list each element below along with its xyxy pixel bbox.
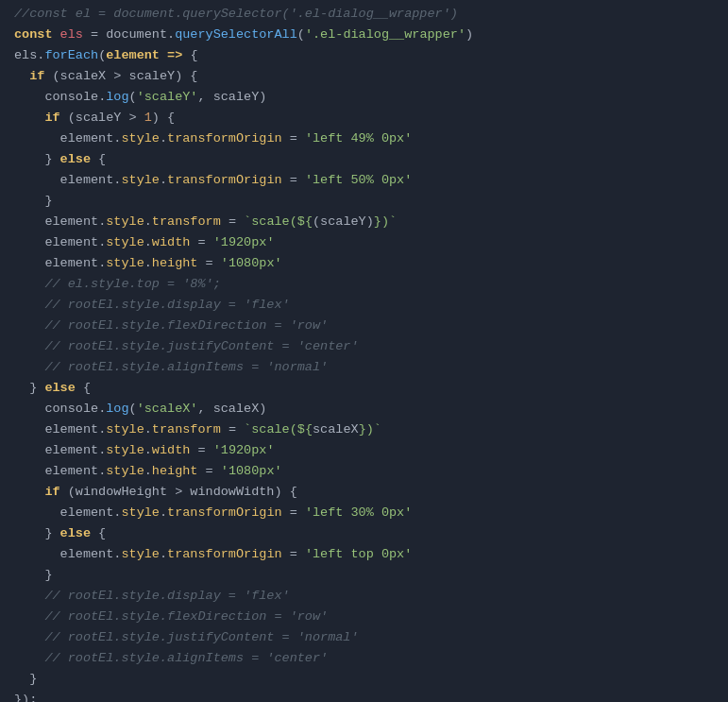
line-content: } [7,191,720,212]
template-token: })` [359,422,381,437]
table-row: } [0,669,728,690]
punct-token: ( [60,111,76,125]
prop-token: style [106,214,144,229]
code-editor: //const el = document.querySelector('.el… [0,0,728,702]
punct-token: . [160,547,167,561]
punct-token: ( [44,69,59,83]
plain-token: element [60,173,114,187]
keyword-token: if [44,485,59,499]
comment-token: //const el = document.querySelector('.el… [14,7,458,21]
table-row: console.log('scaleY', scaleY) [0,87,728,108]
string-token: 'left 30% 0px' [305,505,412,520]
comment-token: // rootEl.style.justifyContent = 'normal… [44,630,358,644]
prop-token: style [121,131,160,146]
keyword-token: if [44,111,59,125]
line-content: if (scaleX > scaleY) { [7,66,720,87]
punct-token: . [144,214,152,229]
line-content: console.log('scaleY', scaleY) [7,87,720,108]
punct-token: , [197,90,212,104]
line-content: // rootEl.style.justifyContent = 'normal… [7,627,720,648]
string-token: 'left 49% 0px' [305,131,412,146]
punct-token: ) { [274,485,296,499]
prop-token: transformOrigin [167,131,282,146]
table-row: element.style.transformOrigin = 'left 50… [0,170,728,191]
line-content: element.style.transformOrigin = 'left to… [7,544,720,565]
prop-token: height [152,256,198,270]
plain-token: element [60,547,114,561]
punct-token: ) { [175,69,197,83]
line-content: // rootEl.style.alignItems = 'center' [7,648,720,669]
punct-token: { [91,152,106,166]
plain-token: = [282,173,305,187]
code-area: //const el = document.querySelector('.el… [0,0,728,702]
plain-token: = [282,547,305,561]
table-row: } [0,565,728,586]
table-row: console.log('scaleX', scaleX) [0,399,728,419]
prop-token: style [121,505,160,520]
punct-token: ) [466,27,473,42]
plain-token: = [197,256,220,270]
plain-token: = [197,464,220,478]
plain-token: = [282,131,305,146]
plain-token: = [190,443,212,457]
punct-token: > [113,69,128,83]
keyword-token: element [106,48,160,62]
plain-token: windowHeight [76,485,175,499]
plain-token: scaleX [60,69,114,83]
line-content: element.style.transformOrigin = 'left 50… [7,170,720,191]
table-row: element.style.width = '1920px' [0,232,728,253]
string-token: '.el-dialog__wrapper' [305,27,466,42]
punct-token: > [175,485,190,499]
line-content: element.style.transform = `scale(${scale… [7,419,720,440]
line-content: } [7,565,720,586]
punct-token: }); [14,693,37,702]
plain-token: console [44,90,98,104]
line-content: } else { [7,149,720,170]
plain-token: scaleY [213,90,260,104]
comment-token: // rootEl.style.justifyContent = 'center… [44,339,358,353]
plain-token: element [44,464,98,478]
punct-token: { [76,381,91,395]
table-row: } else { [0,378,728,399]
line-content: } [7,669,720,690]
line-content: } else { [7,378,720,399]
table-row: // el.style.top = '8%'; [0,274,728,295]
table-row: if (scaleX > scaleY) { [0,66,728,87]
prop-token: style [106,235,144,249]
table-row: element.style.width = '1920px' [0,440,728,461]
line-content: }); [7,690,720,702]
prop-token: transform [152,214,221,229]
prop-token: style [106,443,144,457]
plain-token: = [221,214,244,229]
plain-token: = [221,422,244,437]
punct-token: ( [60,485,76,499]
plain-token: = [91,27,106,42]
string-token: '1920px' [213,235,275,249]
keyword-token: else [60,152,91,166]
comment-token: // rootEl.style.flexDirection = 'row' [44,318,328,333]
table-row: const els = document.querySelectorAll('.… [0,25,728,45]
table-row: // rootEl.style.flexDirection = 'row' [0,607,728,627]
punct-token: ) [259,402,266,416]
plain-token: element [44,256,98,270]
method-token: querySelectorAll [175,27,297,42]
string-token: 'left top 0px' [305,547,412,561]
prop-token: transformOrigin [167,505,282,520]
punct-token: . [160,131,167,146]
table-row: // rootEl.style.justifyContent = 'center… [0,336,728,357]
line-content: els.forEach(element => { [7,45,720,66]
line-content: element.style.height = '1080px' [7,461,720,482]
line-content: // rootEl.style.alignItems = 'normal' [7,357,720,378]
table-row: // rootEl.style.alignItems = 'center' [0,648,728,669]
line-content: } else { [7,523,720,544]
prop-token: style [106,422,144,437]
line-content: // el.style.top = '8%'; [7,274,720,295]
prop-token: style [106,464,144,478]
comment-token: // rootEl.style.alignItems = 'normal' [44,360,328,374]
method-token: log [106,90,128,104]
string-token: '1080px' [221,464,282,478]
line-content: if (windowHeight > windowWidth) { [7,482,720,503]
plain-token: element [44,422,98,437]
punct-token: . [160,505,167,520]
prop-token: style [121,173,160,187]
